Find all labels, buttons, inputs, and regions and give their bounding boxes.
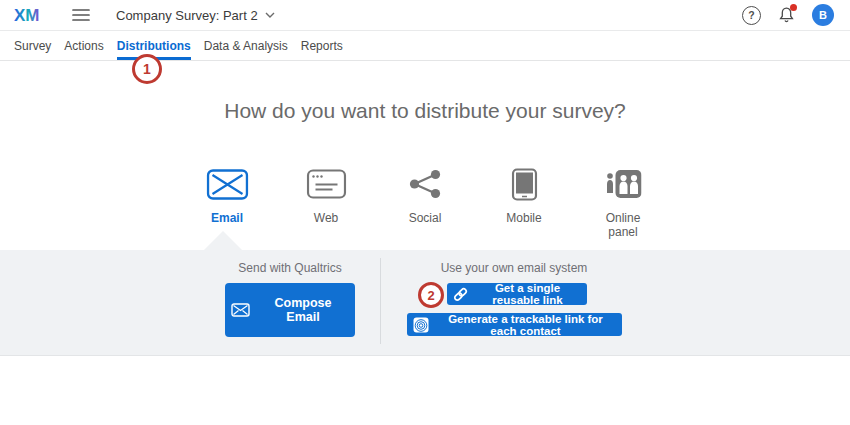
mobile-device-icon — [511, 166, 537, 202]
channel-email[interactable]: Email — [178, 166, 277, 240]
channel-social-label: Social — [409, 211, 442, 225]
send-with-qualtrics-label: Send with Qualtrics — [215, 261, 365, 275]
hamburger-menu-icon[interactable] — [72, 8, 90, 22]
online-panel-people-icon — [605, 166, 641, 202]
tab-survey[interactable]: Survey — [14, 32, 51, 60]
channel-email-label: Email — [211, 211, 243, 225]
distribution-channels: Email Web — [178, 166, 673, 240]
channel-mobile[interactable]: Mobile — [475, 166, 574, 240]
single-reusable-link-button[interactable]: Get a single reusable link — [447, 283, 587, 305]
link-icon — [453, 287, 468, 302]
tab-reports[interactable]: Reports — [301, 32, 343, 60]
survey-title-dropdown[interactable]: Company Survey: Part 2 — [116, 8, 275, 23]
own-email-system-label: Use your own email system — [404, 261, 624, 275]
selected-channel-notch — [204, 231, 242, 250]
chevron-down-icon — [265, 12, 275, 18]
compose-email-button-label: Compose Email — [257, 296, 349, 324]
fingerprint-icon — [413, 317, 429, 333]
page-title: How do you want to distribute your surve… — [0, 99, 850, 123]
channel-web-label: Web — [314, 211, 338, 225]
help-icon[interactable]: ? — [742, 6, 761, 25]
annotation-step-2-badge: 2 — [418, 282, 444, 308]
channel-social[interactable]: Social — [376, 166, 475, 240]
top-bar: XM Company Survey: Part 2 ? B — [0, 0, 850, 31]
qualtrics-distributions-page: XM Company Survey: Part 2 ? B — [0, 0, 850, 425]
web-browser-icon — [306, 166, 346, 202]
panel-divider — [380, 258, 381, 344]
annotation-step-1-badge: 1 — [132, 54, 162, 84]
compose-email-button[interactable]: Compose Email — [225, 283, 355, 337]
topbar-right: ? B — [742, 4, 836, 26]
email-icon — [206, 166, 248, 202]
trackable-link-button-label: Generate a trackable link for each conta… — [435, 313, 616, 337]
survey-title-text: Company Survey: Part 2 — [116, 8, 258, 23]
tab-data-analysis[interactable]: Data & Analysis — [204, 32, 288, 60]
notification-dot — [790, 4, 797, 11]
channel-online-panel[interactable]: Online panel — [574, 166, 673, 240]
xm-logo[interactable]: XM — [14, 5, 50, 25]
share-network-icon — [408, 166, 442, 202]
trackable-link-button[interactable]: Generate a trackable link for each conta… — [407, 313, 622, 336]
channel-online-panel-label: Online panel — [597, 211, 649, 240]
channel-mobile-label: Mobile — [506, 211, 541, 225]
notifications-bell-icon[interactable] — [778, 6, 795, 24]
envelope-icon — [231, 303, 250, 317]
user-avatar[interactable]: B — [812, 4, 834, 26]
xm-logo-text: XM — [14, 6, 40, 25]
channel-web[interactable]: Web — [277, 166, 376, 240]
single-reusable-link-button-label: Get a single reusable link — [474, 282, 581, 306]
nav-tab-bar: Survey Actions Distributions Data & Anal… — [0, 32, 850, 61]
tab-actions[interactable]: Actions — [64, 32, 103, 60]
